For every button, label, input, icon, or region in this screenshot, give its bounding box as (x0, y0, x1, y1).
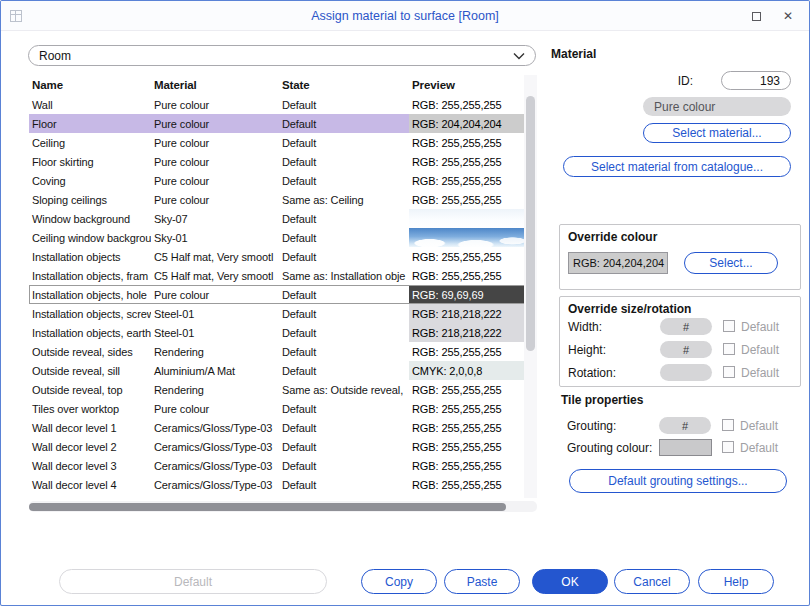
state-cell: Default (279, 323, 409, 342)
name-cell: Outside reveal, sides (29, 342, 151, 361)
select-colour-button[interactable]: Select... (684, 252, 778, 274)
table-header: NameMaterialStatePreview (29, 75, 537, 95)
table-body: WallPure colourDefaultRGB: 255,255,255Fl… (29, 95, 537, 494)
material-cell: Pure colour (151, 95, 279, 114)
table-row[interactable]: WallPure colourDefaultRGB: 255,255,255 (29, 95, 537, 114)
ok-button[interactable]: OK (532, 569, 608, 594)
preview-cell: RGB: 255,255,255 (409, 247, 524, 266)
state-cell: Default (279, 475, 409, 494)
material-cell: Sky-07 (151, 209, 279, 228)
maximize-button[interactable] (749, 9, 763, 23)
table-row[interactable]: Installation objectsC5 Half mat, Very sm… (29, 247, 537, 266)
table-row[interactable]: Ceiling window backgrounSky-01Default (29, 228, 537, 247)
width-default-label: Default (741, 320, 779, 334)
state-cell: Same as: Installation obje (279, 266, 409, 285)
material-cell: Pure colour (151, 152, 279, 171)
name-cell: Outside reveal, top (29, 380, 151, 399)
grouting-colour-label: Grouting colour: (567, 441, 652, 455)
grouting-row: Grouting: # Default (549, 417, 805, 435)
table-row[interactable]: Tiles over worktopPure colourDefaultRGB:… (29, 399, 537, 418)
surface-table: NameMaterialStatePreview WallPure colour… (29, 75, 537, 498)
material-cell: Ceramics/Gloss/Type-03 (151, 437, 279, 456)
default-grouting-settings-button[interactable]: Default grouting settings... (569, 469, 787, 493)
preview-cell: RGB: 255,255,255 (409, 456, 524, 475)
app-icon (10, 10, 22, 22)
preview-cell: RGB: 255,255,255 (409, 399, 524, 418)
table-row[interactable]: CeilingPure colourDefaultRGB: 255,255,25… (29, 133, 537, 152)
width-default-checkbox[interactable] (723, 320, 735, 332)
state-cell: Default (279, 304, 409, 323)
select-material-from-catalogue-button[interactable]: Select material from catalogue... (563, 156, 791, 177)
paste-button[interactable]: Paste (444, 569, 520, 594)
state-cell: Same as: Outside reveal, (279, 380, 409, 399)
material-section-title: Material (551, 47, 596, 61)
preview-cell: RGB: 255,255,255 (409, 152, 524, 171)
table-row[interactable]: FloorPure colourDefaultRGB: 204,204,204 (29, 114, 537, 133)
table-row[interactable]: Wall decor level 3Ceramics/Gloss/Type-03… (29, 456, 537, 475)
rotation-label: Rotation: (568, 366, 616, 380)
height-default-checkbox[interactable] (723, 343, 735, 355)
select-material-button[interactable]: Select material... (643, 123, 791, 143)
material-cell: Rendering (151, 380, 279, 399)
column-header-name: Name (29, 79, 151, 91)
name-cell: Wall decor level 3 (29, 456, 151, 475)
table-row[interactable]: Floor skirtingPure colourDefaultRGB: 255… (29, 152, 537, 171)
room-dropdown[interactable]: Room (28, 45, 536, 66)
name-cell: Outside reveal, sill (29, 361, 151, 380)
table-row[interactable]: Wall decor level 2Ceramics/Gloss/Type-03… (29, 437, 537, 456)
table-row[interactable]: Installation objects, framC5 Half mat, V… (29, 266, 537, 285)
grouting-colour-default-label: Default (740, 441, 778, 455)
table-row[interactable]: Installation objects, screwSteel-01Defau… (29, 304, 537, 323)
close-button[interactable]: ✕ (781, 9, 795, 23)
state-cell: Default (279, 285, 409, 304)
table-row[interactable]: Outside reveal, sidesRenderingDefaultRGB… (29, 342, 537, 361)
material-cell: Pure colour (151, 133, 279, 152)
help-button[interactable]: Help (698, 569, 774, 594)
height-default-label: Default (741, 343, 779, 357)
name-cell: Installation objects (29, 247, 151, 266)
material-cell: Pure colour (151, 285, 279, 304)
override-size-group: Override size/rotation Width: # Default … (559, 296, 801, 387)
grouting-field: # (659, 417, 711, 434)
horizontal-scrollbar[interactable] (29, 501, 537, 512)
horizontal-scrollbar-thumb[interactable] (29, 503, 506, 511)
material-cell: Pure colour (151, 399, 279, 418)
cancel-button[interactable]: Cancel (614, 569, 690, 594)
preview-cell: RGB: 255,255,255 (409, 190, 524, 209)
table-row[interactable]: Installation objects, earthSteel-01Defau… (29, 323, 537, 342)
table-row[interactable]: Wall decor level 4Ceramics/Gloss/Type-03… (29, 475, 537, 494)
copy-button[interactable]: Copy (361, 569, 437, 594)
table-row[interactable]: Wall decor level 1Ceramics/Gloss/Type-03… (29, 418, 537, 437)
table-row[interactable]: Outside reveal, topRenderingSame as: Out… (29, 380, 537, 399)
rotation-default-checkbox[interactable] (723, 366, 735, 378)
state-cell: Default (279, 247, 409, 266)
column-header-material: Material (151, 79, 279, 91)
close-icon: ✕ (783, 10, 793, 22)
table-row[interactable]: Outside reveal, sillAluminium/A MatDefau… (29, 361, 537, 380)
width-field: # (660, 318, 712, 335)
height-field: # (660, 341, 712, 358)
grouting-colour-default-checkbox[interactable] (722, 441, 734, 453)
preview-cell (409, 209, 524, 228)
state-cell: Default (279, 209, 409, 228)
override-colour-title: Override colour (568, 230, 657, 244)
material-cell: Ceramics/Gloss/Type-03 (151, 456, 279, 475)
table-row[interactable]: CovingPure colourDefaultRGB: 255,255,255 (29, 171, 537, 190)
preview-cell: RGB: 255,255,255 (409, 266, 524, 285)
vertical-scrollbar-thumb[interactable] (526, 96, 535, 351)
table-row[interactable]: Installation objects, holePure colourDef… (29, 285, 537, 304)
name-cell: Wall (29, 95, 151, 114)
preview-cell: RGB: 218,218,222 (409, 304, 524, 323)
table-row[interactable]: Window backgroundSky-07Default (29, 209, 537, 228)
preview-cell: RGB: 255,255,255 (409, 95, 524, 114)
rotation-field (660, 364, 712, 381)
material-cell: Aluminium/A Mat (151, 361, 279, 380)
table-row[interactable]: Sloping ceilingsPure colourSame as: Ceil… (29, 190, 537, 209)
height-label: Height: (568, 343, 606, 357)
preview-cell: CMYK: 2,0,0,8 (409, 361, 524, 380)
vertical-scrollbar[interactable] (524, 75, 537, 498)
name-cell: Installation objects, hole (29, 285, 151, 304)
grouting-default-checkbox[interactable] (722, 419, 734, 431)
state-cell: Same as: Ceiling (279, 190, 409, 209)
material-id-field[interactable]: 193 (721, 71, 791, 90)
